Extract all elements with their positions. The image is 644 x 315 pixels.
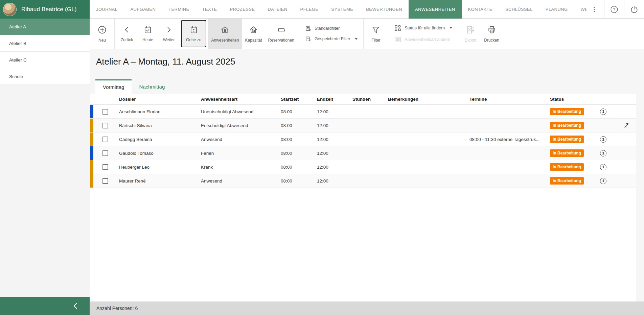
print-button[interactable]: Drucken (481, 19, 502, 49)
dropdown-caret-icon (355, 38, 358, 40)
plus-circle-icon (97, 25, 107, 34)
row-indicator-bar (90, 174, 93, 188)
crossed-out-flag-icon (623, 122, 630, 129)
sidebar-item-label: Schule (9, 74, 23, 79)
nav-item-label: TERMINE (168, 7, 189, 12)
cell-endzeit: 12:00 (317, 151, 352, 156)
status-badge: In Bearbeitung (550, 136, 584, 143)
chevron-left-icon (122, 25, 131, 34)
goto-date-button[interactable]: Gehe zu (181, 20, 206, 47)
nav-item[interactable]: ANWESENHEITEN (409, 0, 462, 19)
col-header-status[interactable]: Status (550, 97, 591, 102)
sidebar-item[interactable]: Atelier A (0, 19, 90, 35)
nav-item-label: PFLEGE (300, 7, 319, 12)
attendance-count-icon[interactable]: 1 (600, 164, 606, 170)
nav-item[interactable]: AUFGABEN (124, 0, 162, 19)
filter-button-label: Filter (371, 38, 381, 43)
help-button[interactable]: ? (604, 0, 624, 19)
saved-filters-button[interactable]: Gespeicherte Filter (305, 36, 358, 42)
reservations-button[interactable]: Reservationen (265, 19, 297, 49)
attendance-count-icon[interactable]: 1 (600, 178, 606, 184)
col-header-endzeit[interactable]: Endzeit (317, 97, 352, 102)
cell-startzeit: 08:00 (281, 109, 317, 114)
nav-item[interactable]: SYSTEME (325, 0, 360, 19)
row-checkbox[interactable] (102, 123, 108, 128)
user-block: Ribaud Beatrice (GL) (0, 0, 90, 19)
cell-startzeit: 08:00 (281, 123, 317, 128)
row-checkbox[interactable] (102, 137, 108, 142)
nav-item[interactable]: JOURNAL (90, 0, 124, 19)
change-status-all-button[interactable]: Status für alle ändern (394, 24, 452, 32)
nav-item[interactable]: PLANUNG (539, 0, 574, 19)
svg-text:?: ? (613, 7, 616, 12)
nav-item[interactable]: TERMINE (162, 0, 196, 19)
today-button[interactable]: Heute (137, 19, 158, 49)
filter-button[interactable]: Filter (365, 19, 386, 49)
attendance-view-button[interactable]: Anwesenheiten (208, 19, 242, 49)
logout-button[interactable] (624, 0, 644, 19)
attendance-count-icon[interactable]: 1 (600, 136, 606, 143)
attendance-count-icon[interactable]: 1 (600, 108, 606, 115)
cell-startzeit: 08:00 (281, 178, 317, 184)
table-row: Cadegg Seraina Anwesend 08:00 12:00 08:0… (90, 132, 636, 146)
row-indicator-bar (90, 105, 93, 118)
row-checkbox[interactable] (102, 150, 108, 156)
nav-item[interactable]: PFLEGE (294, 0, 325, 19)
forward-button[interactable]: Weiter (158, 19, 179, 49)
nav-item-label: PLANUNG (546, 7, 568, 12)
row-checkbox[interactable] (102, 164, 108, 170)
col-header-termine[interactable]: Termine (469, 97, 550, 102)
nav-item[interactable]: DATEIEN (261, 0, 294, 19)
nav-item[interactable]: BEWERTUNGEN (360, 0, 409, 19)
col-header-bemerkungen[interactable]: Bemerkungen (388, 97, 469, 102)
cell-dossier: Cadegg Seraina (119, 137, 201, 142)
row-indicator-bar (90, 146, 93, 160)
nav-item-label: BEWERTUNGEN (366, 7, 402, 12)
back-button-label: Zurück (121, 38, 133, 42)
sidebar-item[interactable]: Atelier B (0, 35, 90, 52)
change-status-all-label: Status für alle ändern (405, 26, 445, 30)
row-checkbox[interactable] (102, 178, 108, 184)
capacity-button[interactable]: Kapazität (242, 19, 265, 49)
nav-item[interactable]: TEXTE (196, 0, 224, 19)
daypart-tabs: Vormittag Nachmittag (95, 79, 172, 94)
reservations-button-label: Reservationen (268, 38, 294, 43)
sidebar-item[interactable]: Schule (0, 68, 90, 85)
daypart-tab[interactable]: Nachmittag (132, 79, 172, 94)
nav-item[interactable]: SCHLÜSSEL (499, 0, 539, 19)
col-header-stunden[interactable]: Stunden (352, 97, 388, 102)
cell-startzeit: 08:00 (281, 165, 317, 170)
daypart-tab[interactable]: Vormittag (95, 79, 132, 94)
row-checkbox[interactable] (102, 109, 108, 115)
standard-filter-button[interactable]: Standardfilter (305, 25, 358, 32)
nav-item[interactable]: PROZESSE (223, 0, 261, 19)
chevron-left-icon (71, 301, 81, 311)
divider (299, 19, 299, 49)
main-nav: JOURNAL AUFGABEN TERMINE TEXTE PROZESSE … (90, 0, 586, 19)
print-button-label: Drucken (484, 38, 499, 43)
status-badge: In Bearbeitung (550, 177, 584, 185)
col-header-dossier[interactable]: Dossier (119, 97, 201, 102)
table-body: Aeschlimann Florian Unentschuldigt Abwes… (90, 105, 636, 188)
user-avatar[interactable] (3, 3, 17, 16)
dropdown-caret-icon (450, 27, 452, 29)
change-attendance-type-button: Anwesenheitsart ändern (394, 36, 452, 43)
attendance-count-icon[interactable]: 1 (600, 150, 606, 156)
table-row: Maurer René Anwesend 08:00 12:00 In Bear… (90, 174, 636, 188)
reservations-icon (276, 25, 286, 34)
col-header-startzeit[interactable]: Startzeit (281, 97, 317, 102)
status-badge: In Bearbeitung (550, 108, 584, 115)
nav-item[interactable]: KONTAKTE (462, 0, 499, 19)
sidebar-collapse-button[interactable] (0, 297, 90, 315)
new-button[interactable]: Neu (92, 19, 113, 49)
nav-item-label: AUFGABEN (130, 7, 156, 12)
row-indicator-bar (90, 160, 93, 174)
status-badge: In Bearbeitung (550, 149, 584, 157)
sidebar-item[interactable]: Atelier C (0, 52, 90, 68)
overflow-menu-button[interactable] (584, 0, 604, 19)
list-card-icon (394, 36, 401, 43)
goto-date-button-label: Gehe zu (186, 38, 201, 42)
back-button[interactable]: Zurück (116, 19, 137, 49)
status-bar: Anzahl Personen: 6 (90, 301, 644, 315)
col-header-anwesenheitsart[interactable]: Anwesenheitsart (201, 97, 281, 102)
